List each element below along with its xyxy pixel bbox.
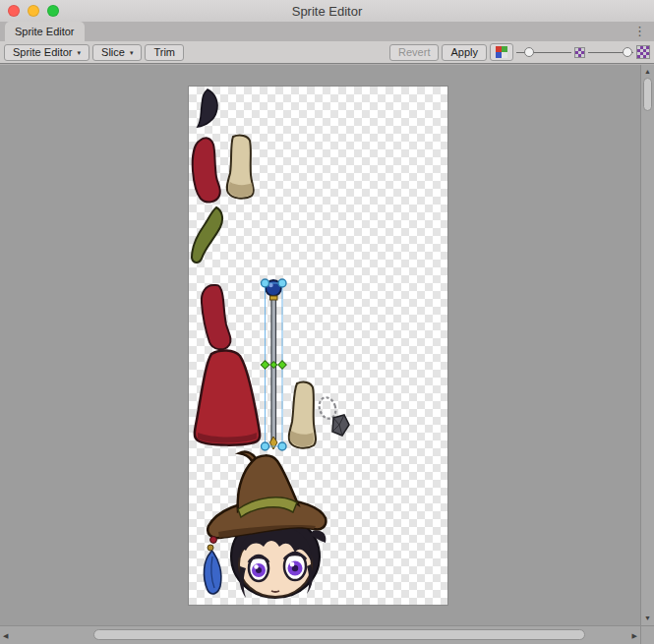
horizontal-scrollbar[interactable]: ◀ ▶	[0, 625, 640, 644]
kebab-menu-icon[interactable]: ⋮	[633, 22, 646, 41]
sprite-red-sleeve-lower[interactable]	[202, 285, 231, 349]
chevron-down-icon: ▾	[78, 49, 82, 57]
horizontal-scrollbar-thumb[interactable]	[93, 629, 585, 640]
zoom-slider-thumb[interactable]	[524, 47, 534, 57]
zoom-slider[interactable]	[516, 44, 571, 60]
sprite-green-sash[interactable]	[192, 207, 222, 263]
sprite-red-sleeve-upper[interactable]	[193, 138, 220, 202]
canvas[interactable]	[0, 65, 640, 625]
mip-high-icon	[636, 45, 650, 59]
sprite-tan-boot-2[interactable]	[289, 382, 316, 448]
toolbar: Sprite Editor ▾ Slice ▾ Trim Revert Appl…	[0, 41, 654, 64]
close-button[interactable]	[8, 5, 20, 17]
zoom-button[interactable]	[47, 5, 59, 17]
sprite-sheet[interactable]	[189, 87, 447, 605]
minimize-button[interactable]	[28, 5, 39, 17]
revert-button[interactable]: Revert	[389, 44, 439, 61]
vertical-scrollbar[interactable]: ▲ ▼	[640, 65, 654, 625]
tab-sprite-editor[interactable]: Sprite Editor	[5, 22, 85, 41]
slice-dropdown[interactable]: Slice ▾	[92, 44, 142, 61]
window-controls	[8, 5, 59, 17]
slice-label: Slice	[101, 46, 125, 58]
mip-low-icon	[574, 47, 585, 58]
apply-button[interactable]: Apply	[442, 44, 487, 61]
scroll-left-icon[interactable]: ◀	[3, 631, 8, 641]
sprite-editor-mode-label: Sprite Editor	[13, 46, 73, 58]
sprite-tan-boot[interactable]	[227, 136, 254, 199]
sprite-hair-tuft[interactable]	[198, 89, 217, 127]
mip-slider[interactable]	[588, 44, 633, 60]
window-title: Sprite Editor	[0, 4, 654, 19]
color-channel-button[interactable]	[490, 43, 513, 61]
titlebar: Sprite Editor	[0, 0, 654, 22]
sprite-pendant[interactable]	[317, 395, 349, 436]
sprite-sheet-art	[189, 87, 447, 605]
scroll-up-icon[interactable]: ▲	[644, 67, 651, 77]
mip-slider-thumb[interactable]	[623, 47, 632, 57]
rgb-swatch-icon	[496, 46, 507, 58]
sprite-editor-mode-dropdown[interactable]: Sprite Editor ▾	[4, 44, 89, 61]
sprite-editor-window: Sprite Editor Sprite Editor ⋮ Sprite Edi…	[0, 0, 654, 644]
scrollbar-corner	[640, 625, 654, 644]
scroll-right-icon[interactable]: ▶	[632, 631, 637, 641]
sprite-red-skirt[interactable]	[195, 350, 260, 444]
chevron-down-icon: ▾	[130, 49, 134, 57]
vertical-scrollbar-thumb[interactable]	[643, 78, 652, 111]
sprite-character-head[interactable]	[204, 452, 326, 598]
scroll-down-icon[interactable]: ▼	[644, 614, 651, 623]
tab-strip: Sprite Editor ⋮	[0, 22, 654, 41]
trim-button[interactable]: Trim	[145, 44, 184, 61]
